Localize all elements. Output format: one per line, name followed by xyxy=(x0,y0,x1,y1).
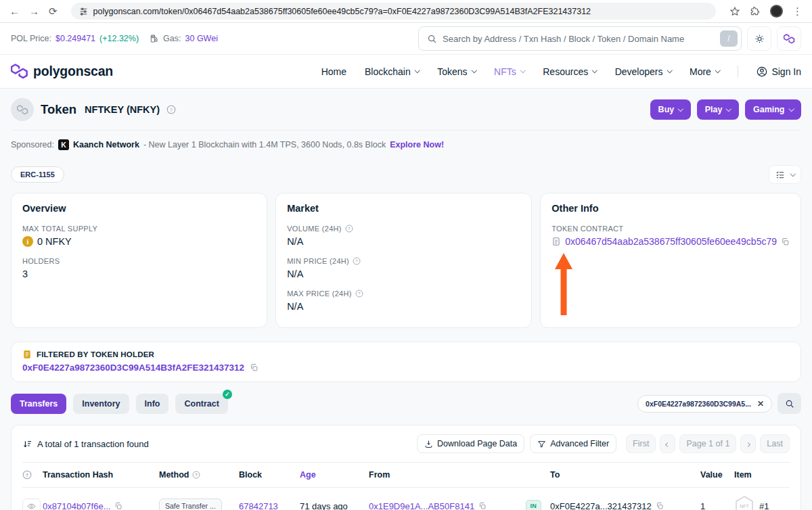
block-link[interactable]: 67842713 xyxy=(239,501,300,510)
browser-reload-icon[interactable]: ⟳ xyxy=(49,6,58,16)
item-id[interactable]: #1 xyxy=(759,501,769,510)
polygonscan-logo[interactable]: polygonscan xyxy=(11,64,113,79)
utility-bar: POL Price: $0.249471 (+12.32%) Gas: 30 G… xyxy=(0,23,812,55)
nav-item-resources[interactable]: Resources xyxy=(543,66,596,77)
max-price-label: MAX PRICE (24H) xyxy=(287,289,352,298)
token-name: NFTKEY (NFKY) xyxy=(85,104,160,115)
checklist-icon xyxy=(775,170,785,179)
pagination: First Page 1 of 1 Last xyxy=(626,434,790,453)
buy-button[interactable]: Buy xyxy=(650,99,691,120)
to-address: 0xF0E4227a...321437312 xyxy=(550,501,652,510)
sort-icon[interactable] xyxy=(22,439,32,449)
help-icon[interactable]: ? xyxy=(22,470,43,480)
from-address-link[interactable]: 0x1E9D9e1A...AB50F8141 xyxy=(369,501,474,510)
sign-in-button[interactable]: Sign In xyxy=(757,66,801,77)
advertiser-logo: K xyxy=(58,139,69,150)
chevron-down-icon xyxy=(790,171,795,177)
pagination-next[interactable] xyxy=(740,434,756,453)
table-search-button[interactable] xyxy=(777,393,801,414)
network-switch-button[interactable] xyxy=(777,26,801,51)
nav-item-tokens[interactable]: Tokens xyxy=(437,66,476,77)
site-settings-icon[interactable] xyxy=(79,7,88,16)
nav-item-home[interactable]: Home xyxy=(321,66,346,77)
browser-menu-icon[interactable]: ⋮ xyxy=(792,6,803,16)
chevron-down-icon xyxy=(471,68,476,73)
tab-inventory[interactable]: Inventory xyxy=(73,394,129,414)
browser-forward-icon[interactable]: → xyxy=(29,6,39,16)
holder-address-link[interactable]: 0xF0E4227a9872360D3C99A514B3fA2FE3214373… xyxy=(22,363,244,373)
browser-chrome: ← → ⟳ polygonscan.com/token/0x06467d54aa… xyxy=(0,0,812,23)
pol-price-change: (+12.32%) xyxy=(99,34,139,43)
card-options-button[interactable] xyxy=(769,165,802,184)
pagination-first[interactable]: First xyxy=(626,434,656,453)
max-supply-value: 0 NFKY xyxy=(37,236,72,247)
pol-price-label: POL Price: xyxy=(11,34,51,43)
gas-value[interactable]: 30 GWei xyxy=(185,34,218,43)
brand-text: polygonscan xyxy=(33,64,113,79)
preview-eye-button[interactable] xyxy=(22,499,41,510)
download-page-data-button[interactable]: Download Page Data xyxy=(417,434,524,453)
tooltip-question-icon[interactable]: ? xyxy=(345,225,353,233)
nav-item-nfts[interactable]: NFTs xyxy=(494,66,524,77)
nft-placeholder-icon[interactable]: NFT xyxy=(734,495,754,510)
advanced-filter-button[interactable]: Advanced Filter xyxy=(530,434,616,453)
method-badge[interactable]: Safe Transfer ... xyxy=(159,499,222,510)
advertiser-name[interactable]: Kaanch Network xyxy=(73,140,139,149)
nav-item-developers[interactable]: Developers xyxy=(615,66,671,77)
sponsored-cta-link[interactable]: Explore Now! xyxy=(390,140,444,149)
play-button[interactable]: Play xyxy=(697,99,739,120)
copy-icon[interactable] xyxy=(250,363,258,372)
col-to: To xyxy=(550,470,700,480)
tooltip-question-icon[interactable]: ? xyxy=(192,471,200,479)
col-age[interactable]: Age xyxy=(300,470,369,480)
pagination-status: Page 1 of 1 xyxy=(679,434,736,453)
col-from: From xyxy=(369,470,526,480)
site-navbar: polygonscan Home Blockchain Tokens NFTs … xyxy=(0,55,812,89)
col-value: Value xyxy=(700,470,734,480)
svg-text:NFT: NFT xyxy=(740,504,749,509)
chevron-down-icon xyxy=(667,68,672,73)
tab-info[interactable]: Info xyxy=(136,394,169,414)
bookmark-star-icon[interactable] xyxy=(729,6,740,17)
max-price-value: N/A xyxy=(287,301,520,312)
extensions-icon[interactable] xyxy=(750,6,761,17)
search-input[interactable] xyxy=(443,34,715,44)
token-avatar xyxy=(11,98,34,121)
token-contract-address-link[interactable]: 0x06467d54aab2a538675ff30605fe60ee49cb5c… xyxy=(565,236,777,247)
pagination-last[interactable]: Last xyxy=(760,434,790,453)
tab-transfers[interactable]: Transfers xyxy=(11,394,66,414)
copy-icon[interactable] xyxy=(114,502,122,510)
nav-item-blockchain[interactable]: Blockchain xyxy=(365,66,419,77)
pol-price-value[interactable]: $0.249471 xyxy=(55,34,95,43)
tooltip-question-icon[interactable]: ? xyxy=(355,289,363,298)
copy-icon[interactable] xyxy=(656,502,664,510)
tab-contract[interactable]: Contract ✓ xyxy=(175,394,227,414)
svg-text:?: ? xyxy=(348,227,351,231)
nav-item-more[interactable]: More xyxy=(690,66,719,77)
copy-icon[interactable] xyxy=(781,237,790,246)
theme-toggle-button[interactable] xyxy=(747,26,771,51)
chevron-down-icon xyxy=(788,106,794,112)
txn-hash-link[interactable]: 0x87104b07f6e... xyxy=(43,501,110,510)
document-icon xyxy=(551,237,561,246)
volume-value: N/A xyxy=(287,236,520,247)
warning-info-icon[interactable]: i xyxy=(22,236,33,247)
value-cell: 1 xyxy=(700,501,734,510)
search-shortcut-key: / xyxy=(720,30,738,47)
market-card: Market VOLUME (24H) ? N/A MIN PRICE (24H… xyxy=(275,193,532,328)
help-icon[interactable]: ? xyxy=(166,105,176,114)
browser-profile-avatar[interactable] xyxy=(770,5,783,18)
pagination-prev[interactable] xyxy=(660,434,675,453)
chevron-down-icon xyxy=(726,106,731,112)
gaming-button[interactable]: Gaming xyxy=(745,99,801,120)
clear-filter-icon[interactable]: ✕ xyxy=(757,400,764,408)
tooltip-question-icon[interactable]: ? xyxy=(353,257,361,265)
polygon-logo-icon xyxy=(11,64,28,79)
holder-file-icon xyxy=(22,350,32,359)
copy-icon[interactable] xyxy=(478,502,487,510)
address-bar[interactable]: polygonscan.com/token/0x06467d54aab2a538… xyxy=(71,3,716,20)
browser-back-icon[interactable]: ← xyxy=(9,6,20,16)
sponsored-banner: Sponsored: K Kaanch Network - New Layer … xyxy=(11,131,801,159)
polygon-logo-icon xyxy=(784,34,795,44)
download-icon xyxy=(424,440,433,448)
